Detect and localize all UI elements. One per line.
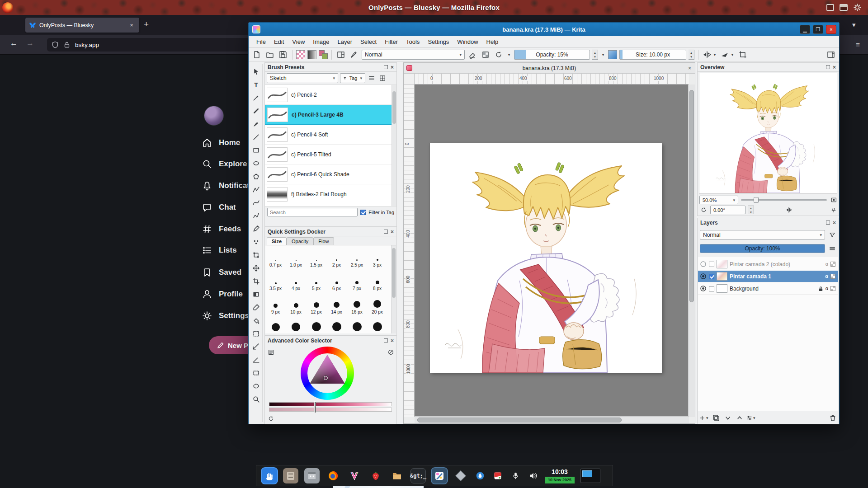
size-cell[interactable]: 20 px: [367, 292, 387, 316]
brush-list-scrollbar[interactable]: [392, 85, 396, 206]
menu-image[interactable]: Image: [309, 38, 333, 45]
preset-tag-select[interactable]: Sketch▾: [267, 73, 338, 83]
folder-icon[interactable]: [389, 468, 405, 483]
desktop-pager[interactable]: [580, 469, 600, 483]
list-tabs-icon[interactable]: ▾: [852, 21, 856, 29]
menu-help[interactable]: Help: [482, 38, 503, 45]
brush-preset-row[interactable]: c) Pencil-4 Soft: [265, 125, 396, 145]
size-cell[interactable]: 1.5 px: [306, 245, 326, 269]
fg-bg-color-swatch[interactable]: [319, 50, 328, 59]
menu-layer[interactable]: Layer: [333, 38, 356, 45]
color-bar-value[interactable]: [269, 402, 392, 406]
size-cell[interactable]: 25 px: [265, 316, 286, 333]
close-docker-icon[interactable]: ×: [391, 65, 394, 70]
layers-header[interactable]: Layers ×: [698, 218, 839, 227]
krita-titlebar[interactable]: banana.kra (17.3 MiB) — Krita ▁ ❒ ×: [249, 23, 839, 36]
tool-measure-icon[interactable]: [251, 354, 262, 365]
tool-ellipse-select-icon[interactable]: [251, 380, 262, 391]
inherit-alpha-icon[interactable]: [830, 274, 835, 279]
volume-icon[interactable]: [527, 468, 539, 483]
mirror-horizontal-icon[interactable]: ▾: [702, 49, 717, 60]
strawberry-icon[interactable]: [368, 468, 383, 483]
size-grid-scrollbar[interactable]: [391, 245, 396, 333]
tool-gradient-icon[interactable]: [251, 289, 262, 300]
tool-transform-icon[interactable]: [251, 249, 262, 260]
color-picker-cursor[interactable]: [324, 376, 328, 380]
close-docker-icon[interactable]: ×: [833, 221, 836, 225]
tool-move-icon[interactable]: [251, 263, 262, 273]
gradient-preview-swatch[interactable]: [608, 50, 617, 59]
clock[interactable]: 10:03 10 Nov 2025: [545, 467, 575, 485]
tag-button[interactable]: Tag▾: [340, 73, 365, 83]
sidebar-item-settings[interactable]: Settings: [202, 310, 249, 322]
pin-docker-icon[interactable]: [830, 206, 838, 214]
tool-bezier-icon[interactable]: [251, 197, 262, 208]
menu-settings[interactable]: Settings: [424, 38, 453, 45]
layer-properties-button[interactable]: ▾: [746, 413, 756, 422]
move-layer-down-button[interactable]: [723, 413, 733, 422]
document-tab[interactable]: banana.kra (17.3 MiB) ×: [404, 63, 695, 74]
tool-assistants-icon[interactable]: [251, 341, 262, 352]
gear-icon[interactable]: [853, 3, 862, 12]
brush-preset-row[interactable]: c) Pencil-5 Tilted: [265, 145, 396, 164]
close-docker-icon[interactable]: ×: [391, 230, 394, 234]
new-document-icon[interactable]: [251, 49, 262, 60]
size-cell[interactable]: 35 px: [306, 316, 326, 333]
layer-opacity-slider[interactable]: Opacity: 100%: [700, 244, 825, 253]
krita-taskbar-icon[interactable]: [432, 468, 447, 483]
brush-preset-row[interactable]: c) Pencil-2: [265, 85, 396, 105]
visibility-icon[interactable]: [700, 285, 707, 292]
tab-opacity[interactable]: Opacity: [287, 237, 313, 245]
menu-select[interactable]: Select: [356, 38, 381, 45]
close-button[interactable]: ×: [826, 25, 836, 34]
brush-preset-row-selected[interactable]: c) Pencil-3 Large 4B: [265, 105, 396, 125]
float-docker-icon[interactable]: [826, 65, 830, 69]
canvas-viewport[interactable]: [415, 84, 689, 417]
avatar[interactable]: [204, 106, 224, 126]
size-cell[interactable]: 6 px: [326, 269, 347, 292]
reload-preset-icon[interactable]: [493, 49, 504, 60]
alpha-icon[interactable]: α: [826, 262, 828, 267]
open-document-icon[interactable]: [264, 49, 275, 60]
v-app-icon[interactable]: [347, 468, 362, 483]
menu-file[interactable]: File: [252, 38, 270, 45]
selector-settings-icon[interactable]: [267, 348, 275, 356]
opacity-spinner[interactable]: ▴▾: [592, 50, 598, 60]
tool-polyline-icon[interactable]: [251, 184, 262, 195]
tool-enclose-fill-icon[interactable]: [251, 328, 262, 339]
size-cell[interactable]: 10 px: [286, 292, 306, 316]
browser-tab[interactable]: OnlyPosts — Bluesky ×: [25, 18, 139, 33]
tool-freehand-brush-icon[interactable]: [251, 118, 262, 129]
microphone-icon[interactable]: [509, 468, 521, 483]
layer-row-background[interactable]: Background α: [698, 283, 838, 295]
visibility-icon[interactable]: [700, 273, 707, 280]
size-cell[interactable]: 16 px: [347, 292, 367, 316]
size-cell[interactable]: 60 px: [367, 316, 387, 333]
tool-rectangle-icon[interactable]: [251, 145, 262, 155]
sidebar-item-feeds[interactable]: Feeds: [202, 223, 241, 235]
fit-page-icon[interactable]: [830, 196, 838, 204]
brush-preset-row[interactable]: f) Bristles-2 Flat Rough: [265, 184, 396, 204]
tool-polygon-icon[interactable]: [251, 171, 262, 182]
refresh-colors-icon[interactable]: [267, 414, 275, 422]
delete-layer-button[interactable]: [828, 413, 838, 422]
quick-settings-header[interactable]: Quick Settings Docker ×: [265, 227, 396, 236]
size-cell[interactable]: 9 px: [265, 292, 286, 316]
pattern-swatch[interactable]: [296, 50, 305, 59]
tool-freehand-path-icon[interactable]: [251, 210, 262, 221]
alpha-icon[interactable]: α: [825, 274, 828, 279]
canvas-vertical-scrollbar[interactable]: [688, 84, 695, 417]
alpha-icon[interactable]: α: [826, 286, 828, 291]
size-cell[interactable]: 1.0 px: [286, 245, 306, 269]
maximize-button[interactable]: ❒: [813, 25, 823, 34]
tool-zoom-icon[interactable]: [251, 394, 262, 404]
brush-preset-row[interactable]: c) Pencil-6 Quick Shade: [265, 164, 396, 184]
presets-menu-icon[interactable]: [367, 74, 376, 83]
lock-icon[interactable]: [63, 41, 71, 48]
filter-in-tag-checkbox[interactable]: [360, 210, 366, 215]
tool-crop-icon[interactable]: [251, 276, 262, 286]
tab-size[interactable]: Size: [267, 237, 287, 245]
inherit-alpha-icon[interactable]: [830, 262, 835, 267]
no-color-icon[interactable]: [387, 348, 395, 356]
size-cell[interactable]: 5 px: [306, 269, 326, 292]
